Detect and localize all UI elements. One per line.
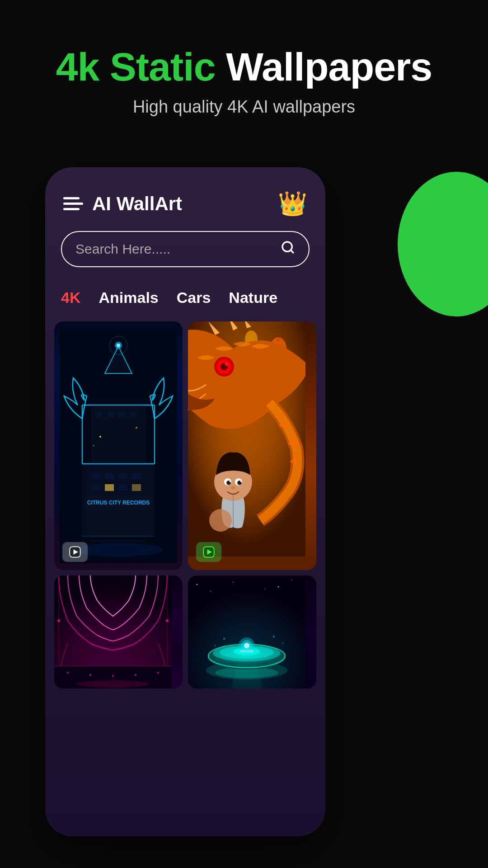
category-tabs: 4K Animals Cars Nature (45, 281, 325, 321)
svg-rect-11 (105, 484, 114, 491)
search-icon (281, 240, 295, 258)
tab-cars[interactable]: Cars (177, 285, 211, 310)
play-badge-1[interactable] (62, 542, 88, 562)
svg-rect-24 (130, 412, 136, 417)
search-bar[interactable]: Search Here..... (61, 231, 310, 267)
svg-point-64 (166, 619, 169, 622)
decorative-circle (398, 172, 488, 316)
svg-rect-40 (277, 337, 280, 342)
svg-rect-8 (118, 473, 127, 480)
svg-point-75 (210, 591, 211, 592)
svg-point-74 (197, 584, 198, 585)
wallpaper-card-4[interactable] (188, 576, 316, 689)
svg-point-32 (136, 427, 137, 429)
svg-rect-9 (132, 473, 141, 480)
tab-4k[interactable]: 4K (61, 285, 80, 310)
hero-title-rest: Wallpapers (216, 44, 432, 89)
svg-point-55 (231, 486, 235, 490)
svg-rect-13 (132, 484, 141, 491)
svg-point-90 (223, 638, 225, 640)
svg-point-79 (264, 589, 265, 590)
svg-point-63 (57, 619, 60, 622)
svg-point-96 (244, 643, 249, 648)
svg-point-77 (291, 580, 292, 580)
svg-rect-7 (105, 473, 114, 480)
wallpaper-card-2[interactable] (188, 321, 316, 570)
tab-nature[interactable]: Nature (229, 285, 277, 310)
neon-building-art: CITRUS CITY RECORDS (54, 321, 183, 570)
svg-point-33 (93, 445, 94, 447)
hero-title: 4k Static Wallpapers (0, 45, 488, 89)
svg-point-56 (209, 509, 232, 532)
svg-rect-6 (91, 473, 100, 480)
wallpaper-card-3[interactable] (54, 576, 183, 689)
svg-point-45 (225, 363, 228, 366)
svg-point-68 (89, 674, 91, 676)
neon-arch-art (54, 576, 183, 689)
hero-title-highlight: 4k Static (56, 44, 216, 89)
svg-point-31 (99, 436, 101, 438)
svg-point-76 (278, 586, 279, 588)
app-header: AI WallArt 👑 (45, 167, 325, 231)
svg-point-72 (77, 680, 149, 688)
hamburger-line-2 (63, 203, 83, 205)
app-title: AI WallArt (92, 193, 278, 215)
svg-point-92 (273, 636, 275, 637)
hamburger-line-3 (63, 208, 80, 210)
play-icon-1 (69, 546, 81, 558)
hamburger-line-1 (63, 197, 80, 199)
hamburger-menu-button[interactable] (63, 197, 83, 210)
svg-point-69 (112, 675, 114, 677)
hero-subtitle: High quality 4K AI wallpapers (0, 97, 488, 117)
tab-animals[interactable]: Animals (99, 285, 158, 310)
svg-point-67 (67, 672, 69, 674)
teal-art (188, 576, 316, 689)
svg-point-53 (230, 481, 231, 482)
crown-icon[interactable]: 👑 (278, 190, 307, 217)
phone-frame: AI WallArt 👑 Search Here..... 4K Animals… (45, 167, 325, 836)
search-bar-container: Search Here..... (45, 231, 325, 281)
svg-point-78 (233, 582, 234, 583)
svg-point-91 (215, 645, 216, 646)
dragon-art (188, 321, 316, 570)
svg-line-1 (291, 250, 293, 253)
search-placeholder-text: Search Here..... (75, 241, 274, 257)
svg-point-17 (117, 344, 120, 347)
svg-rect-22 (107, 412, 114, 417)
svg-rect-23 (118, 412, 125, 417)
svg-rect-10 (91, 484, 100, 491)
svg-point-71 (157, 672, 159, 674)
svg-text:CITRUS CITY RECORDS: CITRUS CITY RECORDS (87, 500, 150, 506)
svg-rect-21 (96, 412, 103, 417)
svg-point-54 (240, 481, 242, 482)
play-icon-2 (202, 546, 215, 558)
svg-rect-12 (118, 484, 127, 491)
hero-section: 4k Static Wallpapers High quality 4K AI … (0, 45, 488, 117)
svg-point-70 (135, 674, 136, 676)
wallpaper-card-1[interactable]: CITRUS CITY RECORDS (54, 321, 183, 570)
wallpaper-grid: CITRUS CITY RECORDS (45, 321, 325, 689)
svg-point-93 (282, 643, 284, 644)
play-badge-2[interactable] (196, 542, 221, 562)
